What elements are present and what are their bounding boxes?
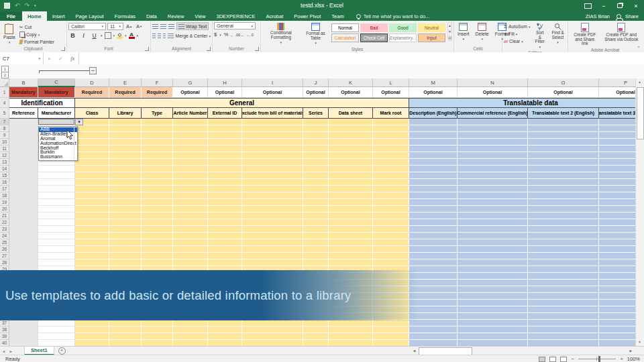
row-header[interactable]: 37	[0, 320, 9, 326]
cell[interactable]	[458, 273, 528, 280]
cell[interactable]	[242, 145, 303, 152]
normal-view-icon[interactable]	[539, 357, 545, 362]
row-header[interactable]: 39	[0, 333, 9, 340]
cell[interactable]	[9, 333, 38, 340]
font-size-select[interactable]: 11▾	[107, 23, 123, 30]
cell[interactable]	[303, 226, 329, 233]
borders-icon[interactable]	[105, 32, 111, 39]
cell[interactable]	[329, 246, 373, 253]
cell[interactable]	[303, 259, 329, 266]
tab-insert[interactable]: Insert	[47, 11, 70, 21]
cell[interactable]	[528, 259, 599, 266]
cell[interactable]	[409, 253, 458, 259]
zoom-in-icon[interactable]: +	[620, 356, 623, 362]
column-header-B[interactable]: B	[9, 78, 38, 87]
cell[interactable]	[208, 246, 242, 253]
data-validation-dropdown-button[interactable]: ▼	[75, 119, 83, 125]
cell[interactable]	[208, 139, 242, 145]
row-header[interactable]: 1	[0, 87, 9, 98]
row-header[interactable]: 11	[0, 145, 9, 152]
clipboard-dialog-launcher-icon[interactable]	[61, 47, 65, 51]
cell[interactable]	[109, 179, 142, 186]
cell-style-bad[interactable]: Bad	[360, 23, 388, 32]
cell[interactable]	[75, 326, 109, 333]
scroll-left-icon[interactable]: ◀	[411, 347, 418, 355]
cell[interactable]	[38, 239, 75, 246]
cell[interactable]	[173, 213, 208, 219]
cell[interactable]	[458, 280, 528, 286]
scroll-up-icon[interactable]: ▲	[636, 78, 643, 86]
cell[interactable]	[528, 145, 599, 152]
cell[interactable]	[173, 219, 208, 226]
cell[interactable]	[75, 239, 109, 246]
page-layout-view-icon[interactable]	[549, 357, 556, 362]
cell[interactable]	[458, 239, 528, 246]
bold-button[interactable]: B	[68, 32, 77, 40]
cell[interactable]	[458, 119, 528, 125]
merge-center-button[interactable]: Merge & Center▾	[168, 32, 211, 40]
cell[interactable]	[528, 340, 599, 346]
cell[interactable]	[303, 239, 329, 246]
cell[interactable]	[303, 320, 329, 326]
cell-style-calculation[interactable]: Calculation	[331, 34, 359, 42]
cell[interactable]	[458, 246, 528, 253]
cell[interactable]	[409, 199, 458, 206]
cell[interactable]	[208, 333, 242, 340]
cell[interactable]	[458, 199, 528, 206]
cell[interactable]	[242, 179, 303, 186]
cell[interactable]	[142, 226, 173, 233]
column-header-I[interactable]: I	[242, 78, 303, 87]
cell[interactable]	[9, 213, 38, 219]
cell[interactable]	[242, 172, 303, 179]
cell[interactable]	[528, 320, 599, 326]
cell[interactable]	[75, 139, 109, 145]
cell[interactable]	[38, 253, 75, 259]
align-left-icon[interactable]	[152, 34, 156, 38]
select-all-corner[interactable]	[0, 78, 9, 87]
tell-me-box[interactable]: Tell me what you want to do...	[356, 11, 430, 21]
cell[interactable]	[303, 213, 329, 219]
cell[interactable]	[373, 152, 409, 159]
cell[interactable]	[173, 326, 208, 333]
cell[interactable]	[208, 119, 242, 125]
cell[interactable]	[329, 233, 373, 239]
cell[interactable]	[458, 132, 528, 139]
cell[interactable]	[75, 152, 109, 159]
cell[interactable]	[109, 119, 142, 125]
cell[interactable]	[242, 199, 303, 206]
cell[interactable]	[329, 166, 373, 172]
column-header-J[interactable]: J	[303, 78, 329, 87]
cell[interactable]	[75, 320, 109, 326]
row-header[interactable]: 24	[0, 233, 9, 239]
cell[interactable]	[142, 233, 173, 239]
cell[interactable]	[458, 172, 528, 179]
cell[interactable]	[329, 259, 373, 266]
cell[interactable]	[75, 132, 109, 139]
column-header-E[interactable]: E	[109, 78, 142, 87]
cell[interactable]	[173, 132, 208, 139]
cell[interactable]	[373, 320, 409, 326]
cell[interactable]	[303, 179, 329, 186]
cell[interactable]	[38, 119, 75, 125]
cell[interactable]	[142, 326, 173, 333]
cell[interactable]	[173, 259, 208, 266]
cell[interactable]	[142, 253, 173, 259]
column-header-H[interactable]: H	[208, 78, 242, 87]
cell[interactable]	[75, 206, 109, 213]
cell[interactable]	[303, 145, 329, 152]
cell[interactable]	[373, 139, 409, 145]
format-as-table-button[interactable]: Format as Table▾	[302, 22, 329, 46]
cell[interactable]	[329, 239, 373, 246]
cell[interactable]	[38, 226, 75, 233]
cancel-icon[interactable]: ×	[48, 56, 50, 62]
cell[interactable]	[458, 306, 528, 313]
cell[interactable]	[242, 125, 303, 132]
cell[interactable]	[458, 233, 528, 239]
cell[interactable]	[528, 199, 599, 206]
cell[interactable]	[242, 213, 303, 219]
cell[interactable]	[528, 300, 599, 306]
cell[interactable]	[373, 239, 409, 246]
enter-icon[interactable]: ✓	[58, 56, 62, 62]
cell[interactable]	[373, 159, 409, 166]
cell[interactable]	[329, 172, 373, 179]
